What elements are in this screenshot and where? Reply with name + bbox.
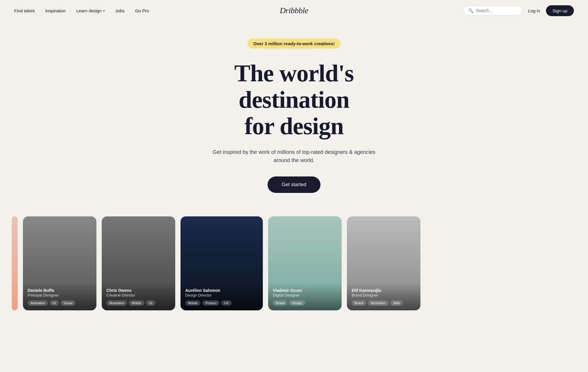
card-overlay: Daniele Buffa Principal Designer Animati… xyxy=(23,283,96,310)
hero-badge: Over 3 million ready-to-work creatives! xyxy=(248,39,341,48)
designer-tags: Brand Illustration Web xyxy=(352,300,416,306)
tag-brand: Brand xyxy=(273,300,287,306)
designer-tags: Animation UI Visual xyxy=(28,300,92,306)
designer-card-vladimir-gruev[interactable]: Vladimir Gruev Digital Designer Brand De… xyxy=(268,216,342,310)
hero-section: Over 3 million ready-to-work creatives! … xyxy=(0,21,588,205)
designer-card-elif-kamesoglu[interactable]: Elif Kameşoğlu Brand Designer Brand Illu… xyxy=(347,216,420,310)
tag-mobile: Mobile xyxy=(185,300,201,306)
tag-mobile: Mobile xyxy=(129,300,144,306)
tag-product: Product xyxy=(202,300,219,306)
chevron-down-icon: ▾ xyxy=(103,9,105,12)
login-button[interactable]: Log in xyxy=(527,6,541,16)
designer-cards-section: Daniele Buffa Principal Designer Animati… xyxy=(0,205,588,310)
nav-links-left: Find talent Inspiration Learn design ▾ J… xyxy=(14,8,149,13)
tag-visual: Visual xyxy=(61,300,75,306)
nav-go-pro[interactable]: Go Pro xyxy=(135,8,149,13)
designer-role: Principal Designer xyxy=(28,293,92,297)
designer-tags: Illustration Mobile UI xyxy=(106,300,171,306)
nav-inspiration[interactable]: Inspiration xyxy=(45,8,66,13)
card-overlay: Aurélien Salomon Design Director Mobile … xyxy=(181,283,263,310)
nav-find-talent[interactable]: Find talent xyxy=(14,8,35,13)
get-started-button[interactable]: Get started xyxy=(268,176,320,193)
search-icon: 🔍 xyxy=(468,8,473,13)
designer-role: Creative Director xyxy=(106,293,171,297)
designer-name: Vladimir Gruev xyxy=(273,288,337,293)
designer-tags: Mobile Product UX xyxy=(185,300,258,306)
tag-ux: UX xyxy=(221,300,231,306)
card-partial-left xyxy=(12,216,18,310)
card-overlay: Chris Owens Creative Director Illustrati… xyxy=(102,283,175,310)
hero-subtitle: Get inspired by the work of millions of … xyxy=(206,148,382,165)
designer-card-daniele-buffa[interactable]: Daniele Buffa Principal Designer Animati… xyxy=(23,216,96,310)
card-overlay: Vladimir Gruev Digital Designer Brand De… xyxy=(268,283,342,310)
site-logo[interactable]: Dribbble xyxy=(280,6,308,15)
designer-role: Brand Designer xyxy=(352,293,416,297)
hero-title: The world's destination for design xyxy=(176,60,412,140)
designer-role: Digital Designer xyxy=(273,293,337,297)
designer-card-chris-owens[interactable]: Chris Owens Creative Director Illustrati… xyxy=(102,216,175,310)
tag-animation: Animation xyxy=(28,300,48,306)
nav-jobs[interactable]: Jobs xyxy=(115,8,125,13)
search-input[interactable] xyxy=(476,8,517,13)
nav-learn-design[interactable]: Learn design ▾ xyxy=(76,8,105,13)
designer-role: Design Director xyxy=(185,293,258,297)
tag-illustration: Illustration xyxy=(106,300,127,306)
nav-right-actions: 🔍 Log in Sign up xyxy=(463,5,574,16)
designer-card-aurelien-salomon[interactable]: Aurélien Salomon Design Director Mobile … xyxy=(181,216,263,310)
designer-name: Chris Owens xyxy=(106,288,171,293)
designer-tags: Brand Design xyxy=(273,300,337,306)
tag-web: Web xyxy=(390,300,403,306)
tag-brand: Brand xyxy=(352,300,366,306)
tag-design: Design xyxy=(289,300,305,306)
tag-ui: UI xyxy=(50,300,59,306)
designer-name: Elif Kameşoğlu xyxy=(352,288,416,293)
designer-name: Aurélien Salomon xyxy=(185,288,258,293)
navbar: Find talent Inspiration Learn design ▾ J… xyxy=(0,0,588,21)
designer-name: Daniele Buffa xyxy=(28,288,92,293)
search-bar[interactable]: 🔍 xyxy=(463,6,522,16)
tag-illustration: Illustration xyxy=(368,300,388,306)
signup-button[interactable]: Sign up xyxy=(546,5,574,16)
card-overlay: Elif Kameşoğlu Brand Designer Brand Illu… xyxy=(347,283,420,310)
tag-ui: UI xyxy=(146,300,155,306)
